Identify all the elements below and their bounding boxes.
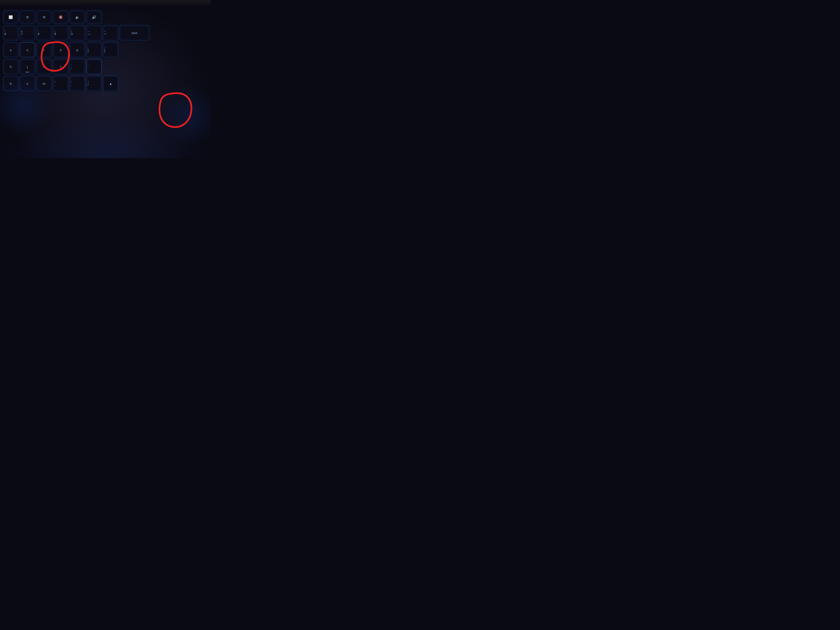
key-0-lower: 0 [70, 33, 73, 36]
key-u[interactable]: u [20, 42, 35, 57]
key-l-label: l [60, 65, 61, 68]
key-vol-down[interactable]: 🔉 [70, 11, 85, 24]
key-y-label: y [10, 48, 12, 52]
key-j[interactable]: j [20, 59, 35, 74]
key-8[interactable]: * 8 [36, 25, 52, 41]
key-backspace[interactable]: back [120, 25, 149, 41]
key-p-label: p [76, 48, 78, 52]
key-9[interactable]: ( 9 [53, 25, 68, 41]
key-slash[interactable]: ? / [87, 76, 102, 91]
key-o[interactable]: o [53, 42, 68, 57]
key-equals[interactable]: + = [103, 25, 118, 41]
bottom-row: b n m < , > . ? / ▲ [3, 76, 208, 91]
key-b-label: b [10, 82, 12, 85]
key-slash-lower: / [87, 83, 88, 87]
keyboard-background: ⬜ ⚙ ⚙ 🔇 🔉 🔊 ^ 6 & [0, 0, 211, 158]
mission-control-icon: ⬜ [9, 15, 13, 19]
key-7-lower: 7 [20, 33, 23, 36]
brightness-down-icon: ⚙ [26, 15, 29, 19]
key-comma[interactable]: < , [53, 76, 68, 91]
key-h[interactable]: h [3, 59, 18, 74]
key-quote-lower: ' [87, 66, 88, 70]
fn-row: ⬜ ⚙ ⚙ 🔇 🔉 🔊 [3, 11, 208, 24]
key-h-label: h [10, 65, 12, 68]
key-i[interactable]: i [36, 42, 52, 57]
key-rbracket-lower: ] [103, 49, 105, 53]
key-0[interactable]: ) 0 [70, 25, 85, 41]
key-6-lower: 6 [3, 33, 6, 36]
key-brightness-up[interactable]: ⚙ [36, 11, 52, 24]
vol-up-icon: 🔊 [92, 15, 96, 19]
key-equals-lower: = [103, 33, 106, 36]
key-l[interactable]: l [53, 59, 68, 74]
key-n-label: n [27, 82, 28, 85]
key-lbracket-lower: [ [87, 49, 88, 53]
key-j-label: j [27, 65, 28, 68]
keyboard-area: ⬜ ⚙ ⚙ 🔇 🔉 🔊 ^ 6 & [0, 6, 211, 158]
key-8-lower: 8 [37, 33, 39, 36]
key-b[interactable]: b [3, 76, 18, 91]
key-n[interactable]: n [20, 76, 35, 91]
key-rbracket[interactable]: } ] [103, 42, 118, 57]
key-up-arrow[interactable]: ▲ [103, 76, 118, 91]
key-j-underline [25, 72, 29, 72]
key-comma-lower: , [53, 83, 55, 87]
key-vol-up[interactable]: 🔊 [87, 11, 102, 24]
key-brightness-down[interactable]: ⚙ [20, 11, 35, 24]
key-quote[interactable]: " ' [87, 59, 102, 74]
key-lbracket[interactable]: { [ [87, 42, 102, 57]
key-period[interactable]: > . [70, 76, 85, 91]
key-y[interactable]: y [3, 42, 18, 57]
key-semicolon-lower: ; [70, 66, 72, 70]
key-p[interactable]: p [70, 42, 85, 57]
mute-icon: 🔇 [58, 15, 63, 19]
backspace-label: back [131, 32, 137, 35]
key-semicolon[interactable]: : ; [70, 59, 85, 74]
key-mute[interactable]: 🔇 [53, 11, 68, 24]
key-6[interactable]: ^ 6 [3, 25, 18, 41]
vol-down-icon: 🔉 [75, 15, 79, 19]
key-mission-control[interactable]: ⬜ [3, 11, 18, 24]
key-7[interactable]: & 7 [20, 25, 35, 41]
key-m[interactable]: m [36, 76, 52, 91]
number-row: ^ 6 & 7 * 8 ( 9 ) 0 — — [3, 25, 208, 41]
key-period-lower: . [70, 83, 72, 87]
key-9-lower: 9 [53, 33, 56, 36]
key-minus-lower: — [87, 33, 91, 36]
brightness-up-icon: ⚙ [43, 15, 46, 19]
key-k-label: k [43, 65, 45, 68]
key-o-label: o [60, 48, 62, 52]
top-bar [0, 0, 211, 6]
key-up-arrow-label: ▲ [109, 82, 112, 85]
key-m-label: m [43, 82, 46, 85]
key-u-label: u [27, 48, 28, 52]
key-i-label: i [44, 48, 44, 52]
top-letter-row: y u i o p { [ } ] [3, 42, 208, 57]
key-k[interactable]: k [36, 59, 52, 74]
key-minus[interactable]: — — [87, 25, 102, 41]
home-row: h j k l : ; " ' [3, 59, 208, 74]
